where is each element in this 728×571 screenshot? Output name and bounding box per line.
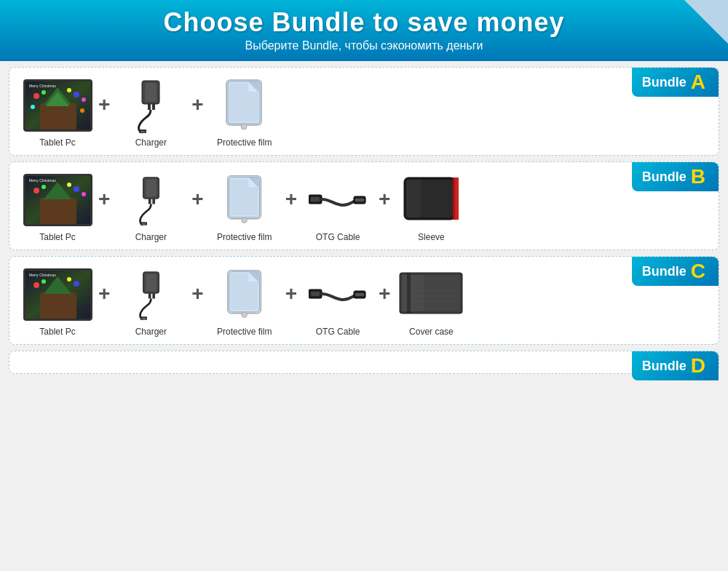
page-title: Choose Bundle to save money bbox=[15, 7, 713, 38]
tablet-label: Tablet Pc bbox=[39, 137, 75, 148]
bundle-c-otg-area bbox=[301, 265, 374, 324]
bundle-a-charger: Charger bbox=[114, 76, 187, 148]
bundle-c-cover-area bbox=[395, 265, 467, 324]
svg-rect-66 bbox=[146, 274, 157, 292]
svg-rect-14 bbox=[145, 83, 157, 102]
bundle-c-letter: C bbox=[691, 261, 705, 281]
svg-rect-15 bbox=[148, 104, 151, 110]
bundle-b-film: Protective film bbox=[208, 171, 281, 242]
svg-rect-78 bbox=[311, 292, 320, 296]
bundle-d-badge: Bundle D bbox=[632, 351, 719, 380]
bundle-b-otg: OTG Cable bbox=[301, 171, 374, 242]
bundles-container: Bundle A bbox=[0, 61, 728, 380]
bundle-b-letter: B bbox=[691, 167, 705, 187]
b-plus-4: + bbox=[379, 188, 390, 225]
bundle-b-sleeve: Sleeve bbox=[395, 171, 467, 242]
svg-rect-68 bbox=[152, 293, 155, 298]
svg-rect-70 bbox=[142, 318, 146, 319]
svg-text:Merry Christmas: Merry Christmas bbox=[29, 273, 56, 277]
film-image-area bbox=[208, 76, 281, 135]
bundle-b-items: Merry Christmas Tablet Pc + bbox=[21, 171, 707, 242]
svg-text:Merry Christmas: Merry Christmas bbox=[29, 178, 56, 183]
svg-point-5 bbox=[33, 93, 39, 99]
b-plus-1: + bbox=[98, 188, 110, 225]
svg-rect-37 bbox=[149, 199, 151, 204]
svg-rect-36 bbox=[146, 180, 157, 197]
bundle-b-charger-label: Charger bbox=[135, 232, 167, 242]
svg-point-7 bbox=[74, 92, 79, 97]
svg-point-29 bbox=[33, 188, 39, 193]
svg-rect-80 bbox=[355, 293, 364, 296]
svg-point-30 bbox=[41, 185, 46, 189]
bundle-b-otg-label: OTG Cable bbox=[316, 232, 360, 242]
bundle-b-label: Bundle bbox=[642, 169, 687, 185]
otg-c-icon bbox=[309, 276, 367, 313]
svg-point-24 bbox=[241, 124, 247, 129]
svg-point-6 bbox=[41, 90, 46, 95]
charger-image-area bbox=[114, 76, 187, 135]
c-plus-4: + bbox=[379, 282, 390, 320]
svg-point-60 bbox=[33, 282, 39, 288]
svg-rect-27 bbox=[40, 198, 76, 224]
b-plus-3: + bbox=[285, 188, 297, 225]
bundle-b-tablet: Merry Christmas Tablet Pc bbox=[21, 171, 94, 242]
bundle-c-tablet-label: Tablet Pc bbox=[39, 327, 75, 337]
charger-label: Charger bbox=[135, 137, 167, 148]
bundle-c-film-area bbox=[208, 265, 281, 324]
bundle-c-film-label: Protective film bbox=[217, 327, 272, 337]
bundle-a-label: Bundle bbox=[642, 75, 687, 90]
svg-rect-58 bbox=[40, 292, 76, 319]
svg-point-62 bbox=[74, 281, 79, 287]
header-corner-decoration bbox=[684, 0, 728, 44]
film-icon bbox=[221, 77, 268, 134]
svg-point-33 bbox=[82, 192, 86, 196]
plus-2: + bbox=[191, 93, 203, 131]
plus-1: + bbox=[98, 93, 110, 131]
svg-point-8 bbox=[67, 88, 71, 92]
bundle-c-label: Bundle bbox=[642, 264, 687, 279]
sleeve-icon bbox=[400, 175, 462, 225]
bundle-b-charger: Charger bbox=[114, 171, 187, 242]
svg-point-32 bbox=[67, 183, 71, 187]
bundle-d-row: Bundle D bbox=[9, 351, 719, 374]
bundle-c-charger-area bbox=[114, 265, 187, 324]
bundle-c-otg: OTG Cable bbox=[301, 265, 374, 337]
tablet-c-icon: Merry Christmas bbox=[23, 268, 92, 321]
otg-b-icon bbox=[309, 182, 367, 218]
bundle-a-row: Bundle A bbox=[9, 67, 719, 156]
svg-rect-90 bbox=[402, 275, 424, 311]
bundle-a-tablet: Merry Christmas Tablet Pc bbox=[21, 76, 94, 148]
bundle-a-film: Protective film bbox=[208, 76, 281, 148]
film-label: Protective film bbox=[217, 137, 272, 148]
tablet-b-icon: Merry Christmas bbox=[23, 174, 92, 226]
bundle-b-row: Bundle B bbox=[9, 161, 719, 250]
film-c-icon bbox=[222, 266, 267, 323]
svg-point-46 bbox=[241, 217, 247, 223]
bundle-c-film: Protective film bbox=[208, 265, 281, 337]
charger-c-icon bbox=[131, 266, 171, 323]
svg-rect-18 bbox=[141, 131, 145, 132]
svg-point-61 bbox=[41, 279, 46, 284]
bundle-c-items: Merry Christmas Tablet Pc + bbox=[21, 265, 707, 337]
bundle-b-film-area bbox=[208, 171, 281, 229]
bundle-c-row: Bundle C bbox=[9, 256, 719, 345]
bundle-d-letter: D bbox=[691, 356, 705, 376]
svg-rect-55 bbox=[406, 180, 421, 217]
bundle-c-tablet-area: Merry Christmas bbox=[21, 265, 94, 324]
bundle-c-cover-label: Cover case bbox=[409, 327, 454, 337]
b-plus-2: + bbox=[191, 188, 203, 225]
bundle-b-otg-area bbox=[301, 171, 374, 229]
svg-point-9 bbox=[82, 97, 86, 102]
svg-point-63 bbox=[67, 277, 71, 281]
bundle-b-film-label: Protective film bbox=[217, 232, 272, 242]
svg-rect-67 bbox=[149, 293, 151, 298]
bundle-a-letter: A bbox=[691, 72, 705, 92]
cover-icon bbox=[398, 270, 464, 319]
svg-rect-54 bbox=[453, 177, 455, 220]
bundle-b-badge: Bundle B bbox=[632, 162, 719, 191]
svg-text:Merry Christmas: Merry Christmas bbox=[29, 84, 56, 88]
bundle-a-badge: Bundle A bbox=[632, 68, 719, 97]
svg-rect-2 bbox=[40, 103, 76, 129]
bundle-c-cover: Cover case bbox=[395, 265, 467, 337]
svg-rect-50 bbox=[355, 199, 364, 201]
